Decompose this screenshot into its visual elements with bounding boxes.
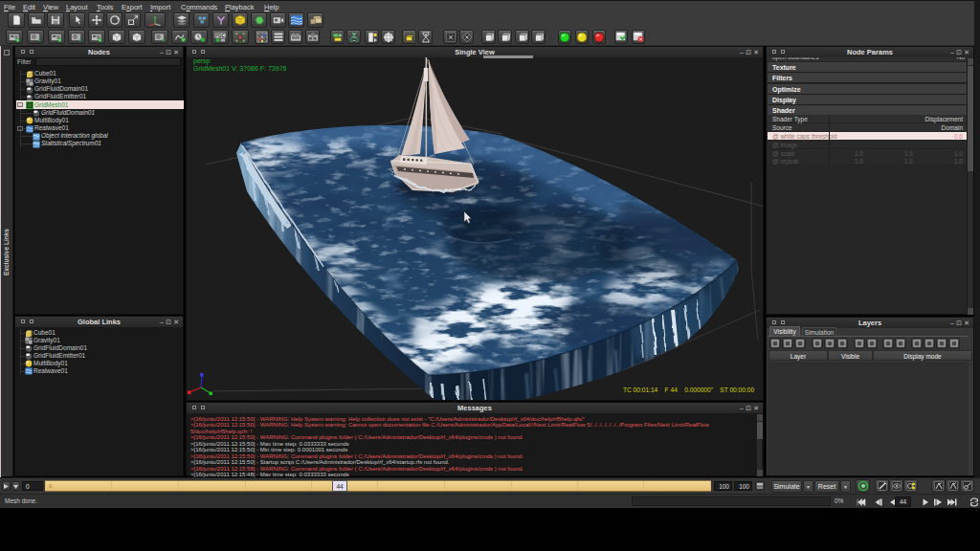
- svg-text:POC: POC: [215, 33, 226, 37]
